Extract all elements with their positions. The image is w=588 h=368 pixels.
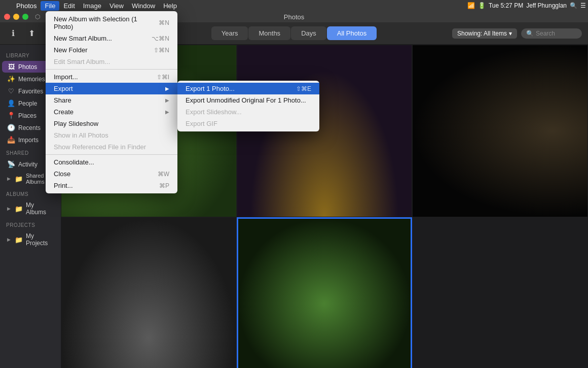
user-name: Jeff Phungglan — [526, 2, 567, 9]
search-placeholder: Search — [536, 30, 555, 37]
menu-edit[interactable]: Edit — [59, 1, 79, 11]
menu-photos[interactable]: Photos — [12, 1, 41, 11]
search-icon: 🔍 — [526, 30, 534, 37]
tab-days[interactable]: Days — [291, 26, 326, 40]
submenu-export-gif: Export GIF — [177, 118, 319, 129]
activity-icon: 📡 — [7, 160, 15, 168]
grid-row-2: ♡ — [61, 217, 588, 368]
tab-months[interactable]: Months — [248, 26, 290, 40]
shared-albums-arrow: ▶ — [7, 176, 11, 181]
sidebar-item-recents-label: Recents — [18, 124, 41, 131]
submenu-export-slideshow: Export Slideshow... — [177, 106, 319, 118]
menu-new-folder[interactable]: New Folder ⇧⌘N — [46, 44, 177, 56]
share-button[interactable]: ⬆ — [24, 26, 39, 41]
menu-new-smart-album[interactable]: New Smart Album... ⌥⌘N — [46, 32, 177, 44]
menu-view[interactable]: View — [105, 1, 128, 11]
menu-print[interactable]: Print... ⌘P — [46, 180, 177, 191]
menu-consolidate[interactable]: Consolidate... — [46, 156, 177, 168]
menu-sep-1 — [46, 69, 177, 70]
submenu-export-unmodified[interactable]: Export Unmodified Original For 1 Photo..… — [177, 94, 319, 106]
menu-import[interactable]: Import... ⇧⌘I — [46, 71, 177, 83]
menu-share[interactable]: Share ▶ — [46, 94, 177, 106]
menubar-right: 📶 🔋 Tue 5:27 PM Jeff Phungglan 🔍 ☰ — [467, 2, 586, 9]
apple-menu[interactable] — [2, 5, 10, 7]
battery-icon: 🔋 — [478, 2, 486, 9]
photo-empty — [412, 217, 588, 368]
export-submenu: Export 1 Photo... ⇧⌘E Export Unmodified … — [177, 81, 319, 131]
traffic-lights — [4, 14, 28, 20]
menu-export[interactable]: Export ▶ Export 1 Photo... ⇧⌘E Export Un… — [46, 83, 177, 94]
sidebar-item-my-projects[interactable]: ▶ 📁 My Projects — [2, 230, 59, 249]
places-icon: 📍 — [7, 112, 15, 119]
tab-years[interactable]: Years — [211, 26, 248, 40]
file-menu-dropdown: New Album with Selection (1 Photo) ⌘N Ne… — [46, 11, 177, 193]
shared-albums-icon: 📁 — [15, 175, 23, 183]
search-box[interactable]: 🔍 Search — [521, 28, 582, 39]
menu-window[interactable]: Window — [128, 1, 159, 11]
photo-flower[interactable] — [237, 217, 413, 368]
menu-show-in-all-photos: Show in All Photos — [46, 129, 177, 141]
showing-badge[interactable]: Showing: All Items ▾ — [452, 28, 517, 39]
menu-close[interactable]: Close ⌘W — [46, 168, 177, 180]
notification-icon[interactable]: ☰ — [580, 2, 586, 9]
photo-flower-bg — [237, 218, 412, 368]
sidebar-item-people-label: People — [18, 100, 37, 107]
menubar: Photos File Edit Image View Window Help … — [0, 0, 588, 11]
menu-help[interactable]: Help — [159, 1, 181, 11]
my-albums-arrow: ▶ — [7, 206, 11, 211]
minimize-button[interactable] — [13, 14, 19, 20]
menubar-icons: 📶 🔋 Tue 5:27 PM Jeff Phungglan 🔍 ☰ — [467, 2, 586, 9]
menu-edit-smart-album: Edit Smart Album... — [46, 56, 177, 68]
info-button[interactable]: ℹ — [6, 26, 20, 41]
photo-alley[interactable] — [412, 45, 588, 217]
sidebar-item-favorites-label: Favorites — [18, 88, 43, 95]
sidebar-item-imports-label: Imports — [18, 137, 39, 144]
wifi-icon: 📶 — [467, 2, 475, 9]
projects-section-label: Projects — [0, 218, 61, 230]
submenu-export-1-photo[interactable]: Export 1 Photo... ⇧⌘E — [177, 83, 319, 94]
memories-icon: ✨ — [7, 75, 15, 83]
menu-image[interactable]: Image — [79, 1, 105, 11]
menu-create[interactable]: Create ▶ — [46, 106, 177, 118]
people-icon: 👤 — [7, 99, 15, 107]
photo-mug[interactable]: ♡ — [61, 217, 237, 368]
my-albums-icon: 📁 — [15, 205, 23, 213]
my-projects-icon: 📁 — [15, 236, 23, 244]
photo-mug-bg — [61, 218, 236, 368]
tab-all-photos[interactable]: All Photos — [327, 26, 377, 40]
menu-play-slideshow[interactable]: Play Slideshow — [46, 118, 177, 129]
photo-alley-bg — [413, 45, 587, 217]
my-projects-arrow: ▶ — [7, 237, 11, 242]
imports-icon: 📥 — [7, 136, 15, 144]
menu-show-referenced: Show Referenced File in Finder — [46, 141, 177, 153]
menu-items: Photos File Edit Image View Window Help — [2, 1, 181, 11]
sidebar-item-activity-label: Activity — [18, 161, 38, 168]
search-menubar-icon[interactable]: 🔍 — [570, 2, 577, 9]
chevron-down-icon: ▾ — [509, 30, 512, 37]
showing-label: Showing: All Items — [457, 30, 507, 37]
window-title: Photos — [284, 13, 304, 21]
toolbar-tabs: Years Months Days All Photos — [211, 26, 377, 40]
titlebar-left: ⬡ — [4, 13, 42, 21]
menu-sep-2 — [46, 154, 177, 155]
titlebar-center: Photos — [284, 13, 304, 21]
sidebar-item-my-albums[interactable]: ▶ 📁 My Albums — [2, 199, 59, 218]
photos-icon: 🖼 — [7, 63, 15, 71]
menubar-clock: Tue 5:27 PM — [489, 2, 523, 9]
maximize-button[interactable] — [22, 14, 28, 20]
menu-new-album-selection[interactable]: New Album with Selection (1 Photo) ⌘N — [46, 13, 177, 32]
sidebar-item-my-projects-label: My Projects — [26, 232, 54, 247]
favorites-icon: ♡ — [7, 87, 15, 95]
close-button[interactable] — [4, 14, 10, 20]
recents-icon: 🕐 — [7, 124, 15, 131]
sidebar-toggle[interactable]: ⬡ — [33, 13, 42, 21]
menu-file[interactable]: File — [41, 1, 59, 11]
sidebar-item-photos-label: Photos — [18, 63, 37, 71]
sidebar-item-places-label: Places — [18, 112, 36, 119]
sidebar-item-memories-label: Memories — [18, 76, 45, 83]
sidebar-item-my-albums-label: My Albums — [26, 202, 54, 216]
toolbar-right: Showing: All Items ▾ 🔍 Search — [452, 28, 582, 39]
